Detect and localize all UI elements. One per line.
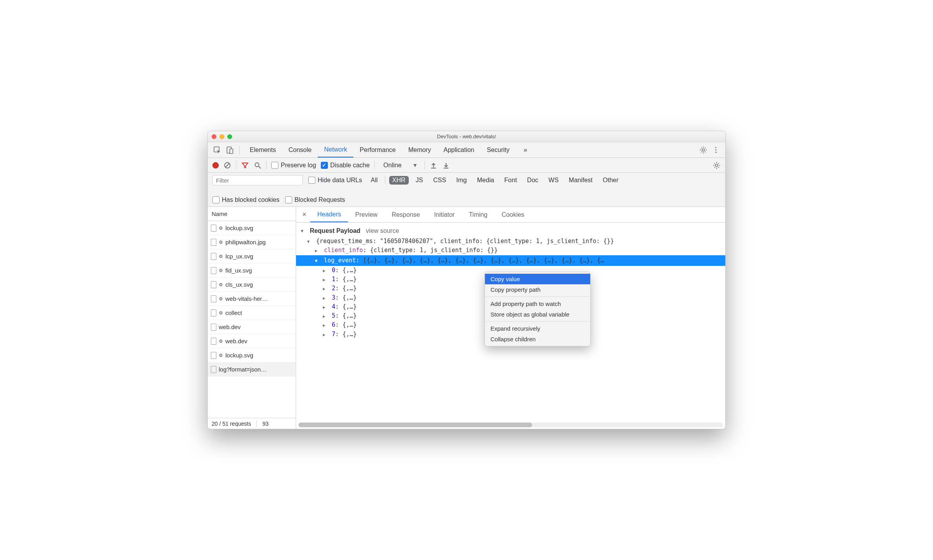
- request-name: lockup.svg: [225, 225, 253, 231]
- name-column-header[interactable]: Name: [208, 207, 296, 221]
- svg-point-13: [715, 164, 718, 167]
- throttle-select[interactable]: Online ▾: [379, 160, 419, 170]
- search-icon[interactable]: [254, 161, 262, 169]
- menu-item[interactable]: Copy value: [485, 274, 590, 284]
- request-row[interactable]: web.dev: [208, 320, 296, 334]
- filter-type-xhr[interactable]: XHR: [389, 176, 409, 185]
- gear-badge-icon: ⚙: [219, 282, 223, 287]
- tab-security[interactable]: Security: [481, 142, 516, 157]
- network-settings-gear-icon[interactable]: [713, 161, 721, 169]
- subtab-response[interactable]: Response: [384, 207, 427, 222]
- clear-icon[interactable]: [223, 161, 231, 169]
- record-button[interactable]: [212, 162, 219, 168]
- triangle-right-icon: ▶: [323, 276, 328, 283]
- tab-console[interactable]: Console: [282, 142, 318, 157]
- disable-cache-checkbox[interactable]: ✓ Disable cache: [321, 162, 370, 169]
- devtools-window: DevTools - web.dev/vitals/ ElementsConso…: [207, 131, 726, 429]
- menu-item[interactable]: Store object as global variable: [485, 309, 590, 320]
- kebab-menu-icon[interactable]: [710, 145, 721, 156]
- tree-row-selected[interactable]: ▼ log_event: [{…}, {…}, {…}, {…}, {…}, {…: [296, 255, 725, 266]
- subtab-headers[interactable]: Headers: [310, 207, 348, 222]
- hide-data-urls-checkbox[interactable]: Hide data URLs: [308, 177, 362, 184]
- subtab-preview[interactable]: Preview: [348, 207, 384, 222]
- triangle-right-icon: ▶: [323, 304, 328, 311]
- scrollbar-thumb[interactable]: [298, 423, 532, 427]
- request-row[interactable]: ⚙philipwalton.jpg: [208, 235, 296, 249]
- tree-row[interactable]: ▶ client_info: {client_type: 1, js_clien…: [302, 246, 720, 255]
- gear-icon[interactable]: [698, 145, 709, 156]
- tree-value: {,…}: [342, 285, 357, 292]
- hide-data-urls-label: Hide data URLs: [318, 177, 362, 184]
- view-source-link[interactable]: view source: [366, 227, 399, 234]
- tab-performance[interactable]: Performance: [353, 142, 402, 157]
- filter-type-img[interactable]: Img: [453, 176, 470, 185]
- filter-type-js[interactable]: JS: [413, 176, 426, 185]
- device-toggle-icon[interactable]: [224, 145, 235, 156]
- request-row[interactable]: ⚙lcp_ux.svg: [208, 249, 296, 264]
- preserve-log-label: Preserve log: [281, 162, 316, 169]
- inspect-icon[interactable]: [212, 145, 223, 156]
- tab-application[interactable]: Application: [437, 142, 480, 157]
- gear-badge-icon: ⚙: [219, 339, 223, 344]
- tree-root-line: {request_time_ms: "1605078406207", clien…: [316, 238, 614, 245]
- has-blocked-cookies-checkbox[interactable]: Has blocked cookies: [212, 196, 280, 203]
- filter-type-ws[interactable]: WS: [545, 176, 562, 185]
- download-har-icon[interactable]: [442, 161, 450, 169]
- triangle-right-icon: ▶: [315, 247, 320, 254]
- gear-badge-icon: ⚙: [219, 240, 223, 245]
- subtab-cookies[interactable]: Cookies: [494, 207, 531, 222]
- blocked-requests-checkbox[interactable]: Blocked Requests: [285, 196, 345, 203]
- tree-row[interactable]: ▼ {request_time_ms: "1605078406207", cli…: [302, 237, 720, 246]
- filter-type-css[interactable]: CSS: [430, 176, 449, 185]
- tab-elements[interactable]: Elements: [243, 142, 282, 157]
- tree-value: [{…}, {…}, {…}, {…}, {…}, {…}, {…}, {…},…: [363, 257, 604, 264]
- filter-type-all[interactable]: All: [368, 176, 381, 185]
- request-row[interactable]: ⚙web.dev: [208, 334, 296, 348]
- tree-index: 7: [332, 331, 335, 338]
- request-row[interactable]: ⚙fid_ux.svg: [208, 264, 296, 278]
- request-row[interactable]: log?format=json…: [208, 362, 296, 377]
- close-detail-button[interactable]: ×: [298, 210, 310, 219]
- request-list-footer: 20 / 51 requests 93: [208, 418, 296, 429]
- subtab-timing[interactable]: Timing: [462, 207, 494, 222]
- request-row[interactable]: ⚙cls_ux.svg: [208, 278, 296, 292]
- tree-value: {,…}: [342, 303, 357, 310]
- detail-subtabs: × HeadersPreviewResponseInitiatorTimingC…: [296, 207, 725, 223]
- subtab-initiator[interactable]: Initiator: [427, 207, 461, 222]
- svg-point-5: [715, 149, 716, 150]
- divider: [239, 146, 240, 154]
- filter-type-media[interactable]: Media: [474, 176, 498, 185]
- filter-input[interactable]: [212, 175, 303, 185]
- tree-value: {,…}: [342, 294, 357, 301]
- network-body: Name ⚙lockup.svg⚙philipwalton.jpg⚙lcp_ux…: [208, 207, 725, 429]
- file-icon: [211, 281, 216, 288]
- menu-item[interactable]: Add property path to watch: [485, 298, 590, 309]
- menu-item[interactable]: Copy property path: [485, 284, 590, 295]
- menu-item[interactable]: Expand recursively: [485, 323, 590, 334]
- upload-har-icon[interactable]: [430, 161, 437, 169]
- filter-type-manifest[interactable]: Manifest: [566, 176, 596, 185]
- tab-memory[interactable]: Memory: [402, 142, 437, 157]
- request-row[interactable]: ⚙lockup.svg: [208, 221, 296, 235]
- filter-icon[interactable]: [241, 161, 249, 169]
- payload-section-header[interactable]: ▼ Request Payload view source: [296, 225, 725, 237]
- tabs-overflow[interactable]: »: [518, 142, 534, 157]
- request-row[interactable]: ⚙collect: [208, 306, 296, 320]
- filter-type-doc[interactable]: Doc: [524, 176, 541, 185]
- tab-network[interactable]: Network: [318, 142, 353, 157]
- gear-badge-icon: ⚙: [219, 296, 223, 302]
- gear-badge-icon: ⚙: [219, 268, 223, 273]
- request-row[interactable]: ⚙lockup.svg: [208, 348, 296, 362]
- payload-title: Request Payload: [310, 227, 360, 234]
- horizontal-scrollbar[interactable]: [298, 423, 723, 427]
- filter-type-font[interactable]: Font: [501, 176, 520, 185]
- filter-type-other[interactable]: Other: [600, 176, 622, 185]
- request-name: collect: [225, 309, 242, 316]
- gear-badge-icon: ⚙: [219, 254, 223, 259]
- menu-item[interactable]: Collapse children: [485, 334, 590, 344]
- file-icon: [211, 352, 216, 359]
- context-menu: Copy valueCopy property pathAdd property…: [485, 272, 591, 346]
- request-row[interactable]: ⚙web-vitals-her…: [208, 292, 296, 306]
- preserve-log-checkbox[interactable]: Preserve log: [271, 162, 316, 169]
- request-name: web.dev: [219, 324, 241, 330]
